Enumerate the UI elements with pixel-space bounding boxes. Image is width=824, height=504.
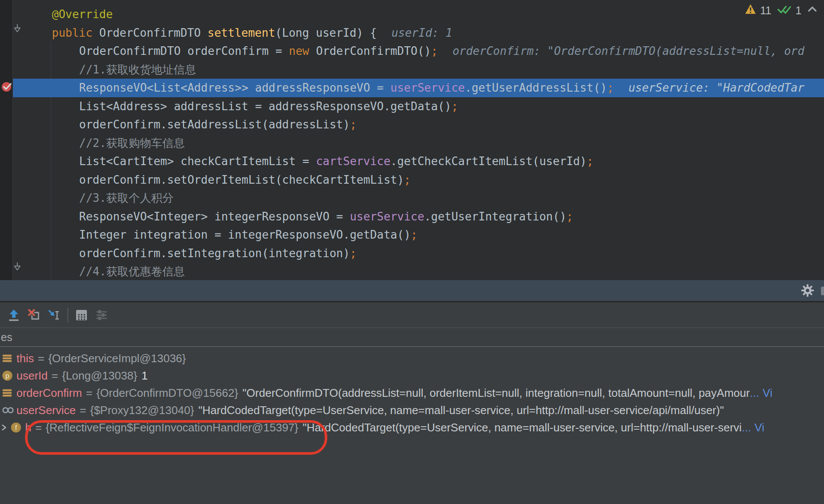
- object-reference: {OrderConfirmDTO@15662}: [96, 386, 238, 400]
- code-line[interactable]: List<CartItem> checkCartItemList = cartS…: [52, 152, 824, 171]
- code-token: ResponseVO<List<Address>> addressRespons…: [79, 81, 390, 94]
- equals-sign: =: [38, 352, 44, 365]
- code-line[interactable]: orderConfirm.setAddressList(addressList)…: [52, 115, 824, 134]
- code-token: ;: [607, 81, 614, 94]
- variable-bars-icon: [2, 387, 16, 399]
- panel-label: es: [1, 331, 12, 344]
- code-editor[interactable]: @Overridepublic OrderConfirmDTO settleme…: [0, 0, 824, 280]
- proxy-icon: [2, 405, 16, 416]
- view-link[interactable]: Vi: [763, 386, 773, 400]
- debug-variables-panel: es this={OrderServiceImpl@13036}puserId=…: [0, 303, 824, 504]
- code-line[interactable]: //1.获取收货地址信息: [52, 61, 824, 79]
- code-line[interactable]: List<Address> addressList = addressRespo…: [52, 97, 824, 116]
- code-token: //2.获取购物车信息: [79, 137, 185, 150]
- code-token: ;: [404, 173, 411, 186]
- code-token: ;: [451, 100, 458, 113]
- primitive-value: 1: [141, 369, 147, 383]
- code-line[interactable]: orderConfirm.setOrderItemList(checkCartI…: [52, 171, 824, 189]
- code-token: ;: [411, 228, 418, 241]
- fold-arrow-icon[interactable]: [13, 262, 22, 275]
- code-token: cartService: [316, 155, 390, 168]
- indent-guide: [51, 41, 51, 280]
- code-lines[interactable]: @Overridepublic OrderConfirmDTO settleme…: [52, 5, 824, 281]
- variable-row[interactable]: puserId={Long@13038}1: [0, 367, 824, 384]
- svg-text:f: f: [15, 424, 17, 431]
- code-token: @Override: [52, 8, 113, 21]
- variable-row[interactable]: this={OrderServiceImpl@13036}: [0, 350, 824, 367]
- string-value: "HardCodedTarget(type=UserService, name=…: [303, 421, 742, 434]
- code-token: ;: [431, 45, 438, 57]
- breakpoint-icon[interactable]: [1, 81, 13, 94]
- code-line[interactable]: orderConfirm.setIntegration(integration)…: [52, 244, 824, 263]
- code-token: ;: [587, 155, 594, 168]
- code-token: //1.获取收货地址信息: [79, 63, 196, 76]
- svg-text:p: p: [6, 372, 10, 380]
- code-token: orderConfirm.setAddressList(addressList): [79, 118, 350, 131]
- variable-row[interactable]: fh={ReflectiveFeign$FeignInvocationHandl…: [0, 419, 824, 436]
- clipped-icon[interactable]: [821, 287, 824, 295]
- parameter-icon: p: [2, 370, 16, 381]
- double-check-icon: [776, 3, 792, 17]
- remove-item-icon[interactable]: [24, 305, 44, 325]
- evaluate-grid-icon[interactable]: [72, 305, 92, 325]
- equals-sign: =: [80, 404, 86, 417]
- variable-name: userId: [16, 369, 48, 383]
- code-line[interactable]: @Override: [52, 5, 824, 24]
- code-token: OrderConfirmDTO orderConfirm =: [79, 45, 289, 57]
- code-token: OrderConfirmDTO: [93, 26, 208, 39]
- code-token: .getUserIntegration(): [424, 210, 566, 223]
- fold-arrow-icon[interactable]: [13, 24, 22, 37]
- code-line[interactable]: //3.获取个人积分: [52, 189, 824, 207]
- debugger-inline-hint: userService: "HardCodedTar: [629, 81, 805, 94]
- code-token: List<CartItem> checkCartItemList =: [79, 155, 316, 168]
- code-line[interactable]: OrderConfirmDTO orderConfirm = new Order…: [52, 42, 824, 61]
- variable-row[interactable]: orderConfirm={OrderConfirmDTO@15662}"Ord…: [0, 384, 824, 402]
- truncation-ellipsis: ...: [742, 421, 751, 434]
- settings-gear-icon[interactable]: [801, 284, 814, 297]
- object-reference: {Long@13038}: [62, 369, 137, 383]
- object-reference: {ReflectiveFeign$FeignInvocationHandler@…: [46, 421, 298, 434]
- code-token: List<Address> addressList = addressRespo…: [79, 100, 451, 113]
- code-token: orderConfirm.setIntegration(integration): [79, 247, 350, 260]
- code-token: userService: [350, 210, 424, 223]
- code-token: .getUserAddressList(): [465, 81, 607, 94]
- code-line[interactable]: //2.获取购物车信息: [52, 134, 824, 153]
- code-line[interactable]: //4.获取优惠卷信息: [52, 262, 824, 281]
- code-token: settlement: [208, 26, 275, 39]
- code-token: (Long userId) {: [275, 26, 377, 39]
- code-token: new: [289, 45, 309, 57]
- field-icon: f: [10, 422, 25, 433]
- inspections-widget[interactable]: 11 1: [744, 3, 818, 17]
- code-token: Integer integration = integerResponseVO.…: [79, 228, 411, 241]
- view-link[interactable]: Vi: [754, 421, 764, 434]
- variable-row[interactable]: userService={$Proxy132@13040}"HardCodedT…: [0, 402, 824, 419]
- debugger-header-bar: [0, 280, 824, 301]
- code-token: public: [52, 26, 93, 39]
- jump-to-caret-icon[interactable]: [44, 305, 64, 325]
- object-reference: {OrderServiceImpl@13036}: [48, 352, 186, 365]
- string-value: "OrderConfirmDTO(addressList=null, order…: [243, 386, 750, 400]
- variable-bars-icon: [2, 353, 16, 364]
- code-token: ;: [350, 247, 357, 260]
- code-token: userService: [390, 81, 465, 94]
- code-token: //3.获取个人积分: [79, 191, 174, 204]
- editor-gutter-strip[interactable]: [0, 0, 13, 280]
- code-line[interactable]: ResponseVO<Integer> integerResponseVO = …: [52, 207, 824, 226]
- passed-count: 1: [795, 4, 802, 17]
- variable-name: orderConfirm: [16, 386, 82, 400]
- code-line[interactable]: public OrderConfirmDTO settlement(Long u…: [52, 24, 824, 42]
- layout-settings-icon[interactable]: [92, 305, 112, 325]
- expand-chevron-icon[interactable]: [0, 423, 10, 432]
- truncation-ellipsis: ...: [750, 386, 759, 400]
- code-line[interactable]: Integer integration = integerResponseVO.…: [52, 226, 824, 244]
- variable-name: h: [25, 421, 31, 434]
- debug-toolbar: [0, 303, 112, 327]
- code-token: ;: [566, 210, 573, 223]
- code-token: //4.获取优惠卷信息: [79, 265, 185, 278]
- toolbar-separator: [67, 308, 68, 322]
- object-reference: {$Proxy132@13040}: [90, 404, 194, 417]
- code-line[interactable]: ResponseVO<List<Address>> addressRespons…: [52, 79, 824, 97]
- chevron-up-icon[interactable]: [807, 3, 818, 17]
- code-token: orderConfirm.setOrderItemList(checkCartI…: [79, 173, 404, 186]
- upload-icon[interactable]: [4, 305, 24, 325]
